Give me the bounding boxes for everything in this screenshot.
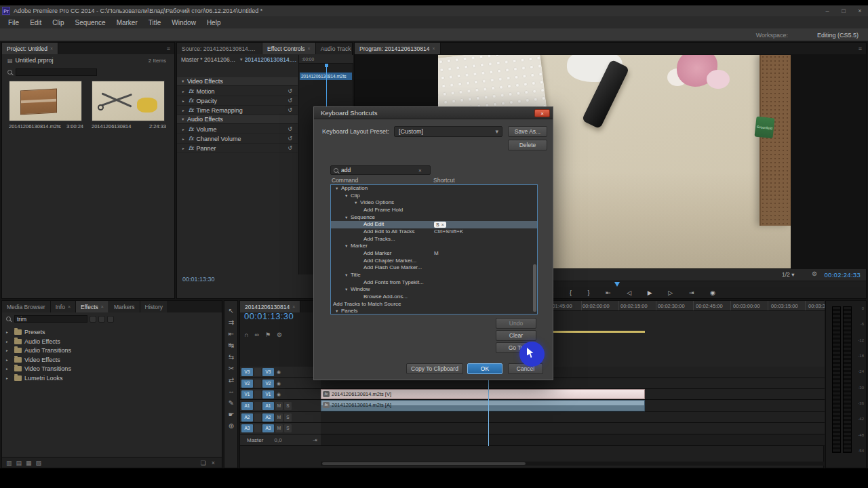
track-header-a3[interactable]: A3 A3 M S: [240, 423, 321, 434]
go-to-out-icon[interactable]: ⇥: [689, 289, 694, 296]
folder-row-lumetri-looks[interactable]: ▸Lumetri Looks: [6, 375, 63, 382]
hand-tool[interactable]: ☛: [224, 411, 238, 418]
source-patch-button[interactable]: A2: [241, 413, 253, 422]
video-clip[interactable]: fx 20141206130814.m2ts [V]: [321, 389, 645, 399]
folder-row-presets[interactable]: ▸Presets: [6, 329, 45, 336]
clip-selector-row[interactable]: Master * 20141206130814 ▾ 20141206130814…: [181, 56, 298, 63]
effect-row-volume[interactable]: ▸ fx Volume ↺: [177, 125, 298, 134]
view-list-icon[interactable]: ▥: [6, 460, 12, 466]
close-tab-icon[interactable]: ×: [292, 304, 295, 309]
tab-markers[interactable]: Markers: [109, 301, 140, 312]
rolling-edit-tool[interactable]: ↹: [224, 342, 238, 349]
dialog-close-icon[interactable]: ×: [534, 109, 550, 117]
twirl-icon[interactable]: ▸: [6, 367, 12, 371]
tree-row-browse-add-ons[interactable]: Browse Add-ons...: [331, 293, 537, 301]
tree-row-title[interactable]: ▼Title: [331, 272, 537, 279]
tree-row-panels[interactable]: ▼Panels: [331, 308, 537, 314]
reset-effect-icon[interactable]: ↺: [288, 145, 292, 151]
effect-row-channel-volume[interactable]: ▸ fx Channel Volume ↺: [177, 134, 298, 144]
view-icon-icon[interactable]: ▤: [16, 460, 22, 466]
effect-row-motion[interactable]: ▸ fx Motion ↺: [177, 87, 298, 96]
tree-row-add-tracks[interactable]: Add Tracks...: [331, 236, 537, 243]
track-target-button[interactable]: A1: [262, 402, 274, 410]
twirl-icon[interactable]: ▸: [182, 146, 189, 150]
tree-row-application[interactable]: ▼Application: [331, 185, 537, 192]
expand-icon[interactable]: ▼: [335, 185, 341, 192]
reset-effect-icon[interactable]: ↺: [288, 98, 292, 104]
workspace-value[interactable]: Editing (CS5.5): [817, 32, 859, 39]
export-frame-icon[interactable]: ◉: [710, 289, 715, 296]
solo-button[interactable]: S: [284, 424, 292, 432]
rate-stretch-tool[interactable]: ⇆: [224, 353, 238, 361]
sync-lock-icon[interactable]: [254, 390, 261, 399]
project-search-input[interactable]: [16, 68, 97, 76]
source-patch-button[interactable]: V3: [241, 368, 253, 376]
toggle-track-output-icon[interactable]: ◉: [277, 369, 281, 375]
tree-row-clip[interactable]: ▼Clip: [331, 192, 537, 200]
panel-menu-icon[interactable]: ≡: [163, 43, 174, 54]
folder-row-audio-effects[interactable]: ▸Audio Effects: [6, 338, 60, 345]
audio-clip[interactable]: fx 20141206130814.m2ts [A]: [321, 400, 645, 411]
solo-button[interactable]: S: [284, 402, 292, 410]
pen-tool[interactable]: ✎: [224, 399, 238, 407]
tree-scrollbar[interactable]: [533, 264, 536, 312]
expand-icon[interactable]: ▼: [344, 214, 351, 222]
clip-label-2[interactable]: 20141206130814 2:24:33: [92, 123, 166, 129]
tab-effect-controls[interactable]: Effect Controls ×: [262, 43, 316, 54]
tab-history[interactable]: History: [140, 301, 168, 312]
32bit-effects-filter-icon[interactable]: [98, 316, 105, 323]
twirl-icon[interactable]: ▸: [6, 348, 12, 352]
menu-sequence[interactable]: Sequence: [70, 18, 111, 28]
track-select-tool[interactable]: ⇉: [224, 319, 238, 326]
tree-row-add-flash-cue-marker[interactable]: Add Flash Cue Marker...: [331, 264, 537, 272]
delete-button[interactable]: Delete: [508, 140, 547, 150]
close-icon[interactable]: ×: [852, 5, 868, 16]
remove-shortcut-icon[interactable]: ×: [441, 222, 444, 228]
tab-source-monitor[interactable]: Source: 20141206130814.m2ts: [177, 43, 262, 54]
new-custom-bin-icon[interactable]: ❏: [201, 460, 206, 466]
folder-row-audio-transitions[interactable]: ▸Audio Transitions: [6, 347, 71, 354]
mark-out-icon[interactable]: }: [588, 289, 590, 296]
tab-info[interactable]: Info×: [51, 301, 76, 312]
tree-row-add-frame-hold[interactable]: Add Frame Hold: [331, 207, 537, 214]
zoom-tool[interactable]: ⊕: [224, 422, 238, 430]
shortcut-edit-field[interactable]: S×: [434, 222, 446, 228]
track-target-button[interactable]: A2: [262, 413, 274, 422]
track-header-v3[interactable]: V3 V3 ◉: [240, 367, 321, 378]
panel-menu-icon[interactable]: ≡: [854, 43, 866, 54]
source-patch-button[interactable]: A1: [241, 402, 253, 410]
twirl-icon[interactable]: ▸: [6, 376, 12, 380]
tree-row-add-marker[interactable]: Add MarkerM: [331, 250, 537, 258]
minimize-icon[interactable]: –: [819, 5, 835, 16]
solo-button[interactable]: S: [284, 413, 292, 422]
shortcut-value[interactable]: M: [434, 250, 439, 258]
close-tab-icon[interactable]: ×: [308, 46, 311, 51]
collapse-icon[interactable]: ▼: [181, 79, 187, 83]
menu-window[interactable]: Window: [166, 18, 201, 28]
folder-row-video-transitions[interactable]: ▸Video Transitions: [6, 365, 71, 372]
program-timecode[interactable]: 00:02:24:33: [825, 271, 861, 279]
chevron-down-icon[interactable]: ▾: [240, 57, 243, 62]
effects-search-input[interactable]: trim: [14, 315, 87, 323]
source-patch-button[interactable]: V1: [241, 390, 253, 399]
tree-row-add-chapter-marker[interactable]: Add Chapter Marker...: [331, 258, 537, 265]
audio-meters-panel[interactable]: 0-6 -12-18 -24-30 -36-42 -48-54: [825, 300, 867, 468]
keyframe-nav-icon[interactable]: ⇥: [313, 437, 317, 443]
timeline-timecode[interactable]: 00:01:13:30: [244, 311, 294, 321]
go-to-in-icon[interactable]: ⇤: [606, 289, 611, 296]
twirl-icon[interactable]: ▸: [6, 340, 12, 344]
tab-media-browser[interactable]: Media Browser: [2, 301, 51, 312]
track-header-a2[interactable]: A2 A2 M S: [240, 412, 321, 423]
clear-search-icon[interactable]: ×: [418, 167, 422, 174]
twirl-icon[interactable]: ▸: [182, 137, 189, 141]
clear-button[interactable]: Clear: [496, 330, 536, 341]
maximize-icon[interactable]: □: [835, 5, 852, 16]
menu-marker[interactable]: Marker: [111, 18, 143, 28]
project-file-row[interactable]: ▤ Untitled.prproj 2 Items: [5, 57, 172, 64]
track-header-v1[interactable]: V1 V1 ◉: [240, 389, 321, 400]
effect-row-time-remapping[interactable]: ▸ fx Time Remapping ↺: [177, 106, 298, 115]
undo-button[interactable]: Undo: [496, 318, 536, 329]
reset-effect-icon[interactable]: ↺: [288, 107, 292, 113]
seek-playhead-marker[interactable]: [614, 282, 620, 287]
settings-wrench-icon[interactable]: ⚙: [812, 270, 817, 277]
